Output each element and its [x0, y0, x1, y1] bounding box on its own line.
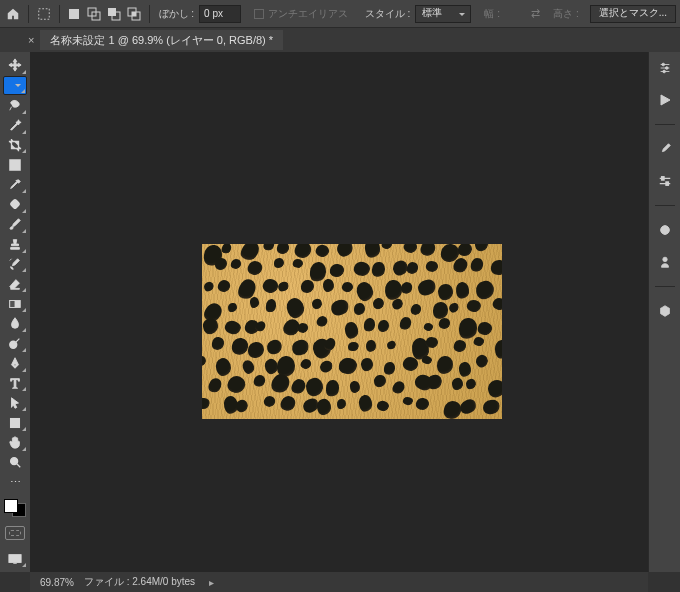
heal-tool[interactable] [3, 195, 27, 214]
select-and-mask-button[interactable]: 選択とマスク... [590, 5, 676, 23]
swap-dims-icon: ⇄ [531, 7, 540, 20]
brush-settings-icon[interactable] [655, 139, 675, 159]
svg-rect-0 [38, 8, 49, 19]
path-select-tool[interactable] [3, 393, 27, 412]
history-brush-tool[interactable] [3, 255, 27, 274]
width-label: 幅 : [484, 7, 500, 21]
eyedropper-tool[interactable] [3, 175, 27, 194]
fg-color[interactable] [4, 499, 18, 513]
selection-subtract-icon[interactable] [105, 4, 123, 24]
marquee-preset-icon[interactable] [35, 4, 53, 24]
svg-point-24 [662, 257, 666, 261]
adjustments-icon[interactable] [655, 171, 675, 191]
svg-rect-15 [11, 418, 20, 427]
chevron-right-icon[interactable]: ▸ [209, 577, 214, 588]
svg-point-14 [10, 342, 17, 349]
svg-rect-8 [132, 12, 136, 16]
quick-mask-toggle[interactable] [5, 526, 25, 540]
cube-icon[interactable] [655, 301, 675, 321]
threed-icon[interactable] [655, 220, 675, 240]
separator [59, 5, 60, 23]
svg-rect-13 [10, 300, 15, 307]
brush-tool[interactable] [3, 215, 27, 234]
play-icon[interactable] [655, 90, 675, 110]
gradient-tool[interactable] [3, 294, 27, 313]
lasso-tool[interactable] [3, 96, 27, 115]
svg-rect-22 [665, 182, 668, 186]
blur-tool[interactable] [3, 314, 27, 333]
svg-point-18 [661, 63, 664, 66]
frame-tool[interactable] [3, 155, 27, 174]
right-panel-strip [648, 52, 680, 572]
crop-tool[interactable] [3, 136, 27, 155]
style-label: スタイル : [365, 7, 411, 21]
stamp-tool[interactable] [3, 235, 27, 254]
document-tab[interactable]: 名称未設定 1 @ 69.9% (レイヤー 0, RGB/8) * [40, 30, 283, 50]
style-select[interactable]: 標準 [415, 5, 471, 23]
home-button[interactable] [4, 4, 22, 24]
svg-rect-17 [9, 554, 21, 562]
document-canvas[interactable] [202, 244, 502, 419]
move-tool[interactable] [3, 56, 27, 75]
document-tab-bar: × 名称未設定 1 @ 69.9% (レイヤー 0, RGB/8) * [0, 28, 680, 52]
selection-new-icon[interactable] [65, 4, 83, 24]
zoom-tool[interactable] [3, 453, 27, 472]
hand-tool[interactable] [3, 433, 27, 452]
dodge-tool[interactable] [3, 334, 27, 353]
tab-close-icon[interactable]: × [28, 34, 34, 46]
separator [149, 5, 150, 23]
tools-panel: ⋯ [0, 52, 30, 572]
antialias-checkbox: アンチエイリアス [254, 7, 348, 21]
feather-input[interactable] [199, 5, 241, 23]
svg-rect-1 [69, 9, 79, 19]
svg-point-19 [665, 67, 668, 70]
screen-mode[interactable] [3, 549, 27, 568]
height-label: 高さ : [553, 7, 579, 21]
status-bar: 69.87% ファイル : 2.64M/0 bytes ▸ [30, 572, 648, 592]
svg-point-16 [11, 458, 18, 465]
svg-rect-21 [661, 177, 664, 181]
selection-intersect-icon[interactable] [125, 4, 143, 24]
feather-label: ぼかし : [159, 7, 195, 21]
file-size-label: ファイル : 2.64M/0 bytes [84, 575, 195, 589]
properties-icon[interactable] [655, 58, 675, 78]
color-swatches[interactable] [4, 499, 26, 518]
eraser-tool[interactable] [3, 274, 27, 293]
marquee-tool[interactable] [3, 76, 27, 95]
zoom-level[interactable]: 69.87% [40, 577, 74, 588]
workspace: ⋯ [0, 52, 680, 572]
canvas-area[interactable] [30, 52, 648, 572]
pen-tool[interactable] [3, 354, 27, 373]
selection-add-icon[interactable] [85, 4, 103, 24]
svg-point-20 [662, 70, 665, 73]
wand-tool[interactable] [3, 116, 27, 135]
edit-toolbar[interactable]: ⋯ [3, 473, 27, 492]
options-bar: ぼかし : アンチエイリアス スタイル : 標準 幅 : ⇄ 高さ : 選択とマ… [0, 0, 680, 28]
character-icon[interactable] [655, 252, 675, 272]
separator [28, 5, 29, 23]
shape-tool[interactable] [3, 413, 27, 432]
type-tool[interactable] [3, 374, 27, 393]
